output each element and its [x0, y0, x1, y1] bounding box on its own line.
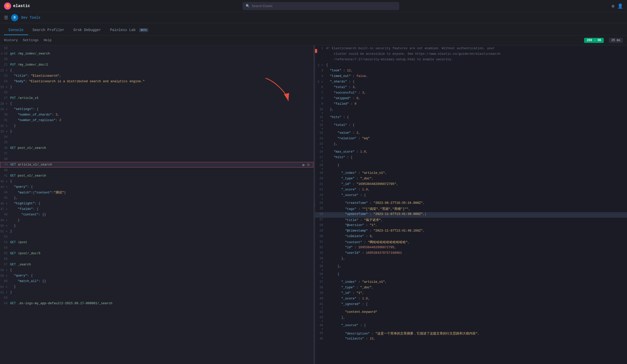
- resp-line-1c: /reference/7.17/security-minimal-setup.h…: [315, 58, 627, 63]
- line-num-25: 25 ▾: [0, 85, 10, 89]
- response-content[interactable]: 1 #! Elasticsearch built-in security fea…: [315, 45, 627, 364]
- editor-line-58: 58 ▾ {: [0, 267, 313, 273]
- line-num-51: 51 ▾: [0, 230, 10, 233]
- resp-linenum-26: 26: [317, 212, 326, 217]
- close-response-icon[interactable]: ✕: [315, 49, 317, 53]
- resp-line-25: 25 "tags" : ""["搞笑","荒诞","滑稽"]"",: [315, 207, 627, 212]
- resp-linenum-45: 45: [317, 331, 326, 337]
- line-num-44: 44: [0, 191, 10, 194]
- resp-line-13: 13 "value" : 2,: [315, 131, 627, 136]
- settings-icon[interactable]: ⚙: [612, 3, 614, 9]
- tab-console[interactable]: Console: [4, 25, 28, 35]
- resp-code-17: "hits" : [: [326, 156, 625, 163]
- user-icon[interactable]: 👤: [617, 3, 623, 9]
- editor-line-60: 60 "match_all": {}: [0, 278, 313, 284]
- line-code-50: }: [10, 224, 311, 228]
- line-action-icons: ▶ ⚙: [303, 163, 310, 167]
- resp-linenum-33: 33: [317, 251, 326, 256]
- line-num-52: 52: [0, 235, 10, 239]
- breadcrumb-devtools[interactable]: Dev Tools: [21, 16, 40, 20]
- resp-line-23: 23 ▾ "_source" : {: [315, 193, 627, 201]
- toolbar-help[interactable]: Help: [44, 38, 52, 42]
- resp-code-33: "userId" : 1695384370757160961: [326, 251, 625, 256]
- editor-line-39[interactable]: 39 GET article_v1/_search ▶ ⚙: [0, 162, 313, 167]
- resp-line-30: 30 "isDelete" : 0,: [315, 234, 627, 240]
- line-num-62: 62 ▾: [0, 291, 10, 294]
- resp-code-22: "_score" : 1.0,: [326, 188, 625, 193]
- resp-code-25: "tags" : ""["搞笑","荒诞","滑稽"]"",: [326, 207, 625, 212]
- resp-code-27: "title" : "疯子诺求",: [326, 218, 625, 223]
- elastic-logo[interactable]: 🔶 elastic: [4, 3, 30, 10]
- resp-code-41: "_ignored" : [: [326, 302, 625, 310]
- editor-line-54: 54: [0, 245, 313, 251]
- resp-line-38: 38 "_type" : "_doc",: [315, 286, 627, 291]
- resp-code-19: "_index" : "article_v1",: [326, 171, 625, 176]
- editor-line-52: 52: [0, 234, 313, 240]
- editor-panel[interactable]: 18 ✕ 19 get /my_index/_search 20 21 PUT …: [0, 45, 314, 364]
- beta-badge: BETA: [139, 28, 148, 32]
- line-code-43: "query": {: [10, 185, 311, 189]
- editor-line-43: 43 ▾ "query": {: [0, 184, 313, 190]
- tab-search-profiler[interactable]: Search Profiler: [28, 25, 69, 35]
- line-num-55: 55: [0, 252, 10, 255]
- line-num-61: 61 ▾: [0, 285, 10, 289]
- editor-line-51: 51 ▾ }: [0, 229, 313, 234]
- line-code-61: }: [10, 285, 311, 289]
- line-num-56: 56: [0, 257, 10, 261]
- line-code-44: "match":{"content":"测试"}: [10, 190, 311, 195]
- resp-linenum-1c: [317, 58, 326, 63]
- editor-line-30: 30 "number_of_shards": 3,: [0, 112, 313, 118]
- copy-button[interactable]: ⚙: [307, 163, 310, 167]
- line-code-25: }: [10, 85, 311, 89]
- line-num-27: 27: [0, 96, 10, 100]
- line-num-47: 47 ▾: [0, 207, 10, 211]
- global-search-bar[interactable]: 🔍 Search Elastic: [243, 2, 399, 10]
- line-code-46: "highlight": {: [10, 202, 311, 205]
- resp-linenum-21: 21: [317, 182, 326, 187]
- resp-linenum-25: 25: [317, 207, 326, 212]
- resp-linenum-9: 9: [317, 102, 326, 107]
- editor-content[interactable]: 18 ✕ 19 get /my_index/_search 20 21 PUT …: [0, 45, 313, 364]
- resp-line-34: 34 ▾ },: [315, 257, 627, 264]
- line-num-57: 57: [0, 263, 10, 266]
- line-code-64: GET .ds-logs-my_app-default2-2023.09.17-…: [10, 302, 311, 305]
- resp-line-24: 24 "createTime" : "2023-08-27T10:35:34.0…: [315, 201, 627, 207]
- line-num-64: 64: [0, 302, 10, 305]
- resp-code-20: "_type" : "_doc",: [326, 177, 625, 182]
- resp-linenum-2: 2 ▾: [317, 63, 326, 68]
- line-num-33: 33 ▾: [0, 130, 10, 133]
- editor-line-26: 26: [0, 90, 313, 95]
- resp-code-6: "total" : 3,: [326, 86, 625, 91]
- resp-line-28: 28 "@version" : "1",: [315, 223, 627, 229]
- line-code-28: {: [10, 102, 311, 105]
- resp-linenum-40: 40: [317, 297, 326, 302]
- editor-line-27: 27 PUT /article_v1: [0, 95, 313, 101]
- tab-grok-debugger[interactable]: Grok Debugger: [69, 25, 106, 35]
- resp-line-10: 10 ▾ },: [315, 107, 627, 115]
- editor-line-32: 32 ▾ }: [0, 123, 313, 129]
- toolbar-history[interactable]: History: [4, 38, 18, 42]
- resp-linenum-23: 23 ▾: [317, 193, 326, 201]
- resp-code-40: "_score" : 1.0,: [326, 297, 625, 302]
- resp-code-8: "skipped" : 0,: [326, 97, 625, 102]
- response-time-badge: 25 ms: [609, 38, 623, 43]
- resp-line-37: 37 "_index" : "article_v1",: [315, 280, 627, 286]
- resp-code-23: "_source" : {: [326, 193, 625, 201]
- resp-linenum-18: 18 ▾: [317, 163, 326, 171]
- toolbar-settings[interactable]: Settings: [23, 38, 39, 42]
- line-num-42: 42 ▾: [0, 180, 10, 183]
- editor-line-21: 21 PUT /my_index/_doc/1: [0, 62, 313, 68]
- line-num-59: 59 ▾: [0, 274, 10, 278]
- editor-line-45: 45 },: [0, 195, 313, 201]
- resp-code-44: "_source" : {: [326, 324, 625, 331]
- resp-line-1: 1 #! Elasticsearch built-in security fea…: [315, 46, 627, 52]
- line-num-48: 48: [0, 213, 10, 216]
- hamburger-menu-icon[interactable]: ☰: [4, 15, 8, 20]
- line-num-18: 18: [0, 46, 10, 50]
- editor-line-42: 42 ▾ {: [0, 179, 313, 184]
- editor-line-41: 41 GET post_v1/_search: [0, 173, 313, 179]
- run-button[interactable]: ▶: [303, 163, 305, 167]
- tab-painless-lab[interactable]: Painless Lab BETA: [106, 25, 153, 35]
- editor-line-61: 61 ▾ }: [0, 284, 313, 290]
- resp-code-26: "updateTime" : "2023-11-07T13:41:39.000Z…: [326, 212, 625, 217]
